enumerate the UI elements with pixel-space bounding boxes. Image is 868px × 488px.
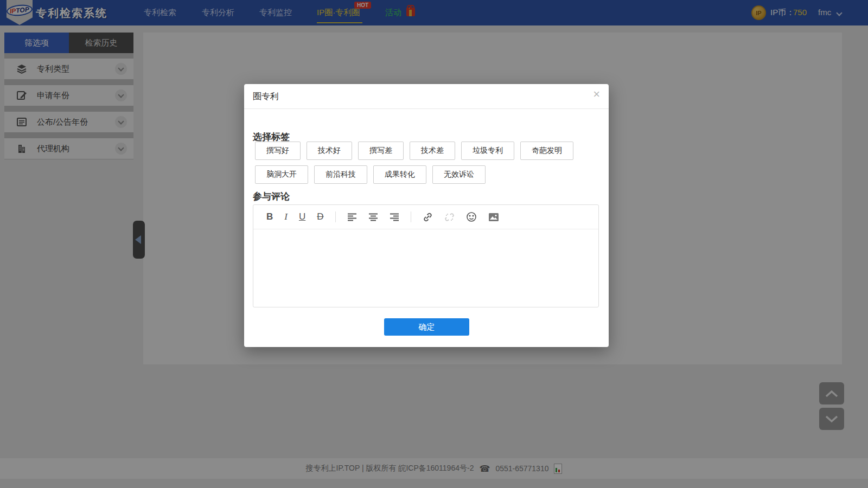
comment-heading: 参与评论	[253, 190, 290, 203]
close-icon[interactable]: ×	[593, 88, 600, 100]
circle-patent-modal: 圈专利 × 选择标签 撰写好 技术好 撰写差 技术差 垃圾专利 奇葩发明 脑洞大…	[244, 84, 609, 347]
comment-editor-area[interactable]	[253, 229, 598, 307]
divider	[335, 211, 336, 222]
modal-tag-frontier-tech[interactable]: 前沿科技	[314, 165, 367, 184]
align-right-icon[interactable]	[390, 213, 399, 221]
align-left-icon[interactable]	[347, 213, 357, 221]
divider	[244, 108, 609, 109]
align-center-icon[interactable]	[368, 213, 378, 221]
modal-tag-achievement-transfer[interactable]: 成果转化	[373, 165, 426, 184]
bold-icon[interactable]: B	[266, 211, 273, 222]
modal-tag-odd-invention[interactable]: 奇葩发明	[520, 142, 573, 160]
comment-editor: B I U D	[253, 204, 599, 307]
modal-tag-junk-patent[interactable]: 垃圾专利	[461, 142, 514, 160]
modal-tag-well-written[interactable]: 撰写好	[255, 142, 301, 160]
underline-icon[interactable]: U	[299, 211, 305, 222]
modal-tag-good-tech[interactable]: 技术好	[307, 142, 352, 160]
editor-toolbar: B I U D	[253, 205, 598, 229]
italic-icon[interactable]: I	[284, 211, 288, 222]
confirm-button[interactable]: 确定	[384, 318, 469, 336]
link-icon[interactable]	[423, 212, 433, 222]
modal-tag-list: 撰写好 技术好 撰写差 技术差 垃圾专利 奇葩发明 脑洞大开 前沿科技 成果转化…	[255, 142, 603, 184]
modal-title: 圈专利	[253, 91, 279, 102]
unlink-icon[interactable]	[444, 212, 455, 222]
modal-tag-invalid-litigation[interactable]: 无效诉讼	[432, 165, 486, 184]
modal-tag-poor-tech[interactable]: 技术差	[410, 142, 455, 160]
modal-tag-poorly-written[interactable]: 撰写差	[358, 142, 404, 160]
divider	[411, 211, 411, 222]
emoji-icon[interactable]	[466, 211, 477, 222]
modal-tag-mind-blowing[interactable]: 脑洞大开	[255, 165, 308, 184]
page: IPTOP 专利检索系统 专利检索 专利分析 专利监控 IP圈·专利圈 HOT …	[0, 0, 868, 488]
strikethrough-icon[interactable]: D	[317, 211, 323, 222]
image-icon[interactable]	[488, 213, 499, 222]
